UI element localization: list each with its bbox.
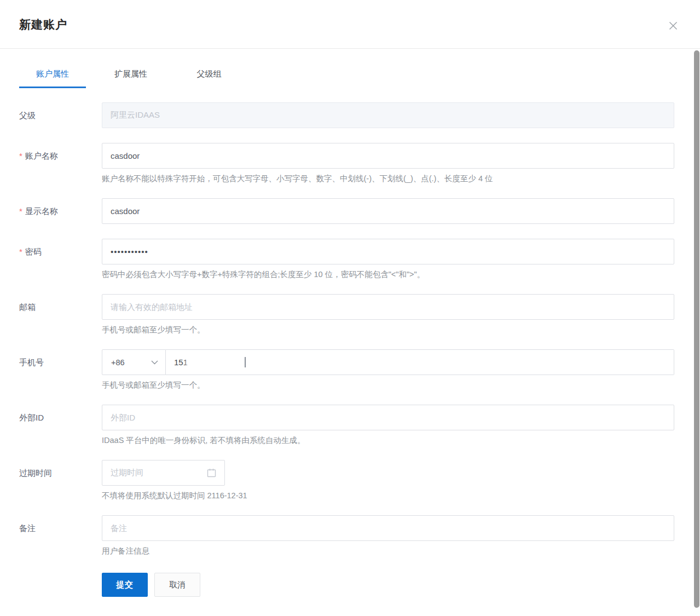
form-row-expire-time: 过期时间 过期时间 不填将使用系统默认过期时间 2116-12-31 (19, 460, 674, 500)
scrollbar-thumb[interactable] (694, 50, 699, 608)
password-label: *密码 (19, 239, 102, 279)
dialog-body: 账户属性 扩展属性 父级组 父级 *账户名称 账户 (0, 66, 700, 597)
country-code-select[interactable]: +86 (102, 349, 166, 375)
calendar-icon (207, 468, 216, 477)
form-row-remark: 备注 用户备注信息 (19, 515, 674, 556)
account-form: 父级 *账户名称 账户名称不能以特殊字符开始，可包含大写字母、小写字母、数字、中… (19, 102, 674, 597)
tab-parent-group[interactable]: 父级组 (176, 66, 242, 88)
cancel-button[interactable]: 取消 (154, 573, 200, 597)
phone-redaction-blur (189, 356, 241, 369)
remark-label: 备注 (19, 515, 102, 556)
form-row-phone: 手机号 +86 151 (19, 349, 674, 390)
external-id-input[interactable] (102, 405, 674, 430)
external-id-label-text: 外部ID (19, 413, 44, 422)
expire-time-hint: 不填将使用系统默认过期时间 2116-12-31 (102, 491, 674, 500)
email-input[interactable] (102, 294, 674, 320)
phone-hint: 手机号或邮箱至少填写一个。 (102, 381, 674, 390)
phone-input[interactable]: 151 (166, 349, 674, 375)
form-row-parent: 父级 (19, 102, 674, 128)
submit-button[interactable]: 提交 (102, 573, 148, 597)
parent-label: 父级 (19, 102, 102, 128)
dialog-header: 新建账户 (0, 0, 700, 49)
form-row-display-name: *显示名称 (19, 198, 674, 224)
form-row-email: 邮箱 手机号或邮箱至少填写一个。 (19, 294, 674, 335)
email-hint: 手机号或邮箱至少填写一个。 (102, 325, 674, 335)
parent-input (102, 102, 674, 128)
remark-input[interactable] (102, 515, 674, 541)
remark-hint: 用户备注信息 (102, 546, 674, 556)
account-name-label-text: 账户名称 (25, 151, 58, 160)
phone-visible-digits: 151 (174, 358, 188, 367)
expire-time-placeholder: 过期时间 (111, 468, 143, 478)
page-title: 新建账户 (19, 17, 67, 32)
required-marker: * (19, 151, 22, 160)
create-account-dialog: 新建账户 账户属性 扩展属性 父级组 父级 (0, 0, 700, 616)
parent-label-text: 父级 (19, 111, 36, 120)
display-name-input[interactable] (102, 198, 674, 224)
close-x-glyph (668, 20, 679, 31)
tab-account-properties[interactable]: 账户属性 (19, 66, 86, 88)
country-code-value: +86 (111, 358, 125, 367)
tab-bar: 账户属性 扩展属性 父级组 (19, 66, 674, 88)
expire-time-date-picker[interactable]: 过期时间 (102, 460, 225, 486)
external-id-label: 外部ID (19, 405, 102, 445)
phone-text-cursor (245, 357, 246, 367)
form-actions: 提交 取消 (102, 573, 674, 597)
expire-time-label-text: 过期时间 (19, 468, 52, 477)
account-name-hint: 账户名称不能以特殊字符开始，可包含大写字母、小写字母、数字、中划线(-)、下划线… (102, 174, 674, 183)
phone-label: 手机号 (19, 349, 102, 390)
phone-label-text: 手机号 (19, 358, 44, 367)
password-label-text: 密码 (25, 247, 42, 256)
account-name-label: *账户名称 (19, 143, 102, 183)
display-name-label: *显示名称 (19, 198, 102, 224)
external-id-hint: IDaaS 平台中的唯一身份标识, 若不填将由系统自动生成。 (102, 436, 674, 445)
form-row-external-id: 外部ID IDaaS 平台中的唯一身份标识, 若不填将由系统自动生成。 (19, 405, 674, 445)
form-row-password: *密码 密码中必须包含大小写字母+数字+特殊字符的组合;长度至少 10 位，密码… (19, 239, 674, 279)
email-label: 邮箱 (19, 294, 102, 335)
remark-label-text: 备注 (19, 523, 36, 533)
vertical-scrollbar[interactable] (693, 49, 700, 616)
form-row-account-name: *账户名称 账户名称不能以特殊字符开始，可包含大写字母、小写字母、数字、中划线(… (19, 143, 674, 183)
password-hint: 密码中必须包含大小写字母+数字+特殊字符的组合;长度至少 10 位，密码不能包含… (102, 270, 674, 279)
required-marker: * (19, 247, 22, 256)
password-input[interactable] (102, 239, 674, 264)
phone-input-group: +86 151 (102, 349, 674, 375)
close-icon[interactable] (666, 19, 680, 33)
display-name-label-text: 显示名称 (25, 206, 58, 216)
required-marker: * (19, 206, 22, 216)
tab-extended-properties[interactable]: 扩展属性 (97, 66, 164, 88)
expire-time-label: 过期时间 (19, 460, 102, 500)
chevron-down-icon (151, 360, 158, 365)
email-label-text: 邮箱 (19, 302, 36, 312)
account-name-input[interactable] (102, 143, 674, 169)
